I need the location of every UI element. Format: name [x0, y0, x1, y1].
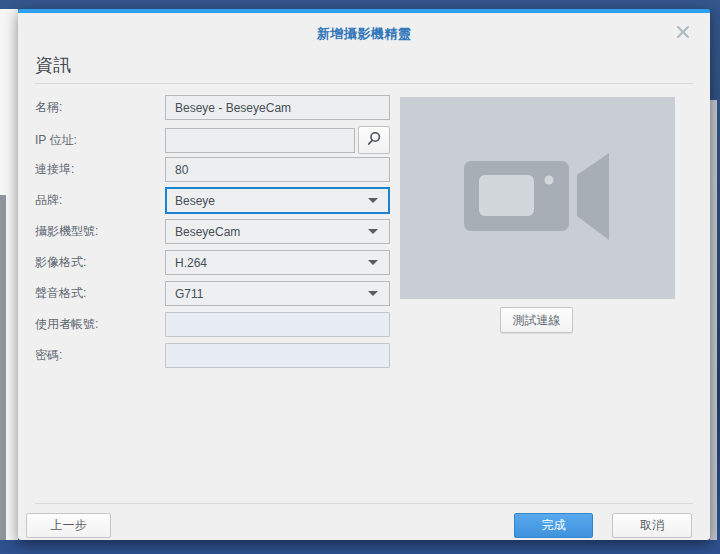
- ip-input[interactable]: [165, 128, 355, 153]
- back-button[interactable]: 上一步: [26, 513, 111, 538]
- model-label: 攝影機型號:: [35, 223, 165, 240]
- page-title: 資訊: [35, 53, 71, 77]
- password-label: 密碼:: [35, 347, 165, 364]
- username-input[interactable]: [165, 312, 390, 337]
- port-label: 連接埠:: [35, 161, 165, 178]
- audio-format-label: 聲音格式:: [35, 285, 165, 302]
- form-row-password: 密碼:: [35, 343, 409, 368]
- form-row-video-format: 影像格式: H.264: [35, 250, 409, 275]
- form-row-audio-format: 聲音格式: G711: [35, 281, 409, 306]
- form-row-port: 連接埠:: [35, 157, 409, 182]
- chevron-down-icon: [368, 260, 378, 265]
- search-button[interactable]: [358, 126, 390, 154]
- audio-format-select[interactable]: G711: [165, 281, 390, 306]
- cancel-button[interactable]: 取消: [612, 513, 692, 538]
- chevron-down-icon: [368, 229, 378, 234]
- header-divider: [35, 83, 693, 84]
- video-format-select-value: H.264: [175, 256, 368, 270]
- username-label: 使用者帳號:: [35, 316, 165, 333]
- camera-model-select-value: BeseyeCam: [175, 225, 368, 239]
- desktop-background: 新增攝影機精靈 資訊 名稱: IP 位址:: [0, 0, 720, 554]
- video-format-select[interactable]: H.264: [165, 250, 390, 275]
- camera-preview-placeholder: [400, 97, 675, 299]
- audio-format-select-value: G711: [175, 287, 368, 301]
- chevron-down-icon: [368, 291, 378, 296]
- form-row-ip: IP 位址:: [35, 126, 409, 154]
- close-icon[interactable]: [674, 23, 692, 41]
- underlying-window-left-panel: [0, 195, 6, 540]
- finish-button[interactable]: 完成: [514, 513, 593, 538]
- search-icon: [366, 131, 382, 150]
- name-label: 名稱:: [35, 99, 165, 116]
- camera-model-select[interactable]: BeseyeCam: [165, 219, 390, 244]
- camera-info-form: 名稱: IP 位址: 連接埠:: [35, 95, 409, 374]
- dialog-title: 新增攝影機精靈: [18, 25, 710, 43]
- ip-label: IP 位址:: [35, 132, 165, 149]
- add-camera-wizard-dialog: 新增攝影機精靈 資訊 名稱: IP 位址:: [18, 9, 710, 540]
- dialog-header: 新增攝影機精靈: [18, 13, 710, 51]
- form-row-username: 使用者帳號:: [35, 312, 409, 337]
- name-input[interactable]: [165, 95, 390, 120]
- form-row-brand: 品牌: Beseye: [35, 188, 409, 213]
- test-connection-button[interactable]: 測試連線: [500, 307, 573, 333]
- password-input[interactable]: [165, 343, 390, 368]
- brand-select-value: Beseye: [175, 194, 368, 208]
- form-row-model: 攝影機型號: BeseyeCam: [35, 219, 409, 244]
- underlying-window-right-edge: [710, 100, 717, 540]
- form-row-name: 名稱:: [35, 95, 409, 120]
- footer-divider: [35, 503, 693, 504]
- chevron-down-icon: [368, 198, 378, 203]
- brand-select[interactable]: Beseye: [165, 187, 390, 214]
- video-camera-icon: [464, 151, 614, 243]
- port-input[interactable]: [165, 157, 390, 182]
- brand-label: 品牌:: [35, 192, 165, 209]
- video-format-label: 影像格式:: [35, 254, 165, 271]
